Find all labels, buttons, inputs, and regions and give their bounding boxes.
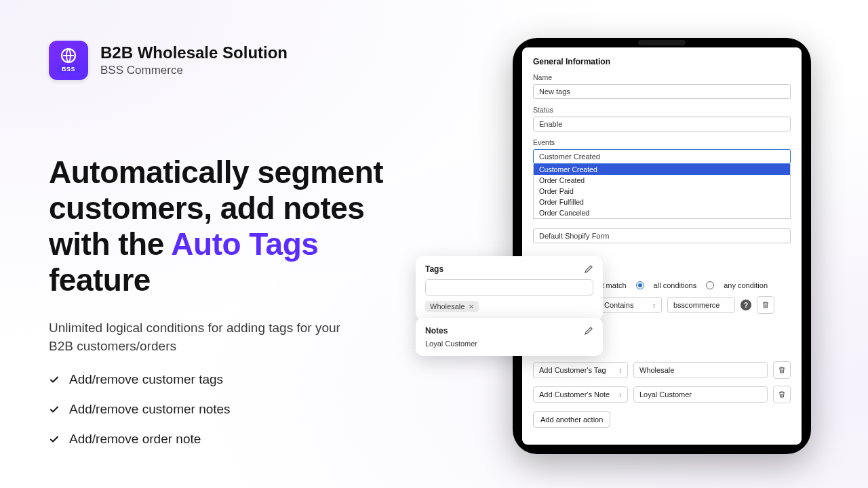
events-option[interactable]: Customer Created <box>534 164 790 175</box>
name-label: Name <box>533 73 791 81</box>
app-logo-badge: BSS <box>58 65 79 73</box>
bullet-item: Add/remove order note <box>49 432 401 447</box>
add-action-button[interactable]: Add another action <box>533 411 610 428</box>
events-option[interactable]: Order Fulfilled <box>534 197 790 207</box>
tablet-camera <box>638 40 686 45</box>
remove-tag-icon[interactable]: ✕ <box>469 303 474 310</box>
radio-any-label: any condition <box>724 281 768 289</box>
notes-title: Notes <box>425 326 448 336</box>
pencil-icon[interactable] <box>584 326 593 336</box>
brand-block: BSS B2B Wholesale Solution BSS Commerce <box>49 41 401 80</box>
status-label: Status <box>533 106 791 114</box>
action-row: Add Customer's Tag Wholesale <box>533 361 791 379</box>
notes-card: Notes Loyal Customer <box>416 318 603 356</box>
pencil-icon[interactable] <box>584 264 593 274</box>
events-label: Events <box>533 138 791 146</box>
action-type-select[interactable]: Add Customer's Tag <box>533 362 628 378</box>
trash-icon <box>778 390 786 399</box>
events-option[interactable]: Order Paid <box>534 186 790 197</box>
app-logo: BSS <box>49 41 88 80</box>
radio-any-condition[interactable] <box>706 281 714 289</box>
radio-all-label: all conditions <box>654 281 697 289</box>
app-vendor: BSS Commerce <box>100 64 288 77</box>
events-option[interactable]: Order Canceled <box>534 207 790 218</box>
tag-chip-label: Wholesale <box>430 302 465 310</box>
marketing-headline: Automatically segment customers, add not… <box>49 155 401 298</box>
check-icon <box>49 404 60 415</box>
condition-match-row: st match all conditions any condition <box>598 281 791 289</box>
caret-updown-icon <box>613 390 622 399</box>
action-value-input[interactable]: Loyal Customer <box>633 386 768 403</box>
section-title: General Information <box>533 57 791 66</box>
help-icon[interactable]: ? <box>741 300 751 310</box>
bullet-text: Add/remove customer notes <box>69 402 231 417</box>
app-screen: General Information Name New tags Status… <box>522 47 802 445</box>
check-icon <box>49 434 60 445</box>
condition-value-input[interactable]: bsscommerce <box>667 297 735 313</box>
tag-chip[interactable]: Wholesale ✕ <box>425 301 479 312</box>
action-type-select[interactable]: Add Customer's Note <box>533 386 628 403</box>
tags-title: Tags <box>425 264 443 274</box>
delete-action-button[interactable] <box>773 361 791 379</box>
status-select[interactable]: Enable <box>533 117 791 131</box>
events-dropdown[interactable]: Customer Created Order Created Order Pai… <box>533 164 791 219</box>
condition-row: Contains bsscommerce ? <box>598 296 791 314</box>
name-input[interactable]: New tags <box>533 84 791 99</box>
condition-operator-select[interactable]: Contains <box>598 297 662 313</box>
bullet-item: Add/remove customer notes <box>49 402 401 417</box>
check-icon <box>49 374 60 385</box>
tags-input[interactable] <box>425 279 593 296</box>
caret-updown-icon <box>647 301 656 309</box>
delete-action-button[interactable] <box>773 386 791 403</box>
radio-all-conditions[interactable] <box>636 281 644 289</box>
marketing-bullet-list: Add/remove customer tags Add/remove cust… <box>49 372 401 447</box>
shopify-form-select[interactable]: Default Shopify Form <box>533 228 791 243</box>
delete-condition-button[interactable] <box>757 296 774 314</box>
bullet-item: Add/remove customer tags <box>49 372 401 387</box>
action-row: Add Customer's Note Loyal Customer <box>533 386 791 403</box>
marketing-column: BSS B2B Wholesale Solution BSS Commerce … <box>49 41 401 447</box>
events-option[interactable]: Order Created <box>534 175 790 186</box>
bullet-text: Add/remove order note <box>69 432 201 447</box>
trash-icon <box>762 301 770 309</box>
notes-body: Loyal Customer <box>425 340 593 348</box>
marketing-subhead: Unlimited logical conditions for adding … <box>49 319 340 356</box>
trash-icon <box>778 366 786 374</box>
events-select[interactable]: Customer Created <box>533 149 791 164</box>
app-title: B2B Wholesale Solution <box>100 43 288 62</box>
action-value-input[interactable]: Wholesale <box>633 362 768 378</box>
tags-card: Tags Wholesale ✕ <box>416 256 603 320</box>
tablet-mockup: General Information Name New tags Status… <box>513 38 811 454</box>
caret-updown-icon <box>613 366 622 374</box>
bullet-text: Add/remove customer tags <box>69 372 223 387</box>
